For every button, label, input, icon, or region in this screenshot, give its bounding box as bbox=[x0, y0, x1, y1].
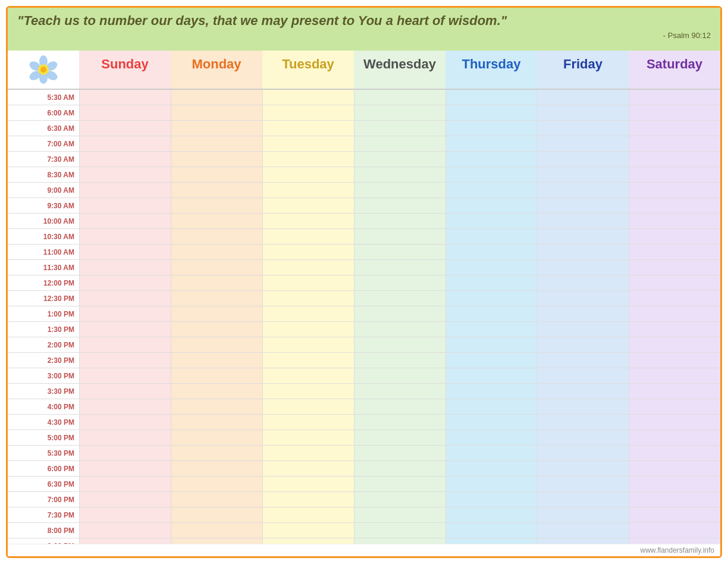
day-cell[interactable] bbox=[629, 492, 720, 507]
day-cell[interactable] bbox=[171, 291, 262, 306]
day-cell[interactable] bbox=[629, 214, 720, 228]
day-cell[interactable] bbox=[354, 275, 445, 290]
day-cell[interactable] bbox=[262, 507, 354, 522]
day-cell[interactable] bbox=[79, 507, 171, 522]
day-cell[interactable] bbox=[171, 399, 262, 414]
day-cell[interactable] bbox=[262, 306, 354, 321]
day-cell[interactable] bbox=[629, 229, 720, 244]
day-cell[interactable] bbox=[79, 260, 171, 275]
day-cell[interactable] bbox=[171, 384, 262, 399]
day-cell[interactable] bbox=[79, 229, 171, 244]
day-cell[interactable] bbox=[629, 90, 720, 105]
day-cell[interactable] bbox=[445, 152, 537, 167]
day-cell[interactable] bbox=[537, 492, 629, 507]
day-cell[interactable] bbox=[79, 337, 171, 352]
day-cell[interactable] bbox=[445, 90, 537, 105]
day-cell[interactable] bbox=[354, 477, 445, 491]
day-cell[interactable] bbox=[537, 384, 629, 399]
day-cell[interactable] bbox=[445, 538, 537, 544]
day-cell[interactable] bbox=[79, 399, 171, 414]
day-cell[interactable] bbox=[79, 523, 171, 538]
day-cell[interactable] bbox=[79, 198, 171, 213]
day-cell[interactable] bbox=[445, 415, 537, 430]
day-cell[interactable] bbox=[629, 291, 720, 306]
day-cell[interactable] bbox=[537, 353, 629, 368]
day-cell[interactable] bbox=[537, 245, 629, 259]
day-cell[interactable] bbox=[354, 245, 445, 259]
day-cell[interactable] bbox=[79, 183, 171, 198]
day-cell[interactable] bbox=[537, 121, 629, 136]
day-cell[interactable] bbox=[262, 121, 354, 136]
day-cell[interactable] bbox=[629, 245, 720, 259]
day-cell[interactable] bbox=[354, 492, 445, 507]
day-cell[interactable] bbox=[445, 136, 537, 151]
day-cell[interactable] bbox=[262, 229, 354, 244]
day-cell[interactable] bbox=[445, 384, 537, 399]
day-cell[interactable] bbox=[537, 306, 629, 321]
day-cell[interactable] bbox=[171, 507, 262, 522]
day-cell[interactable] bbox=[354, 368, 445, 383]
day-cell[interactable] bbox=[262, 399, 354, 414]
day-cell[interactable] bbox=[79, 136, 171, 151]
day-cell[interactable] bbox=[262, 198, 354, 213]
day-cell[interactable] bbox=[354, 322, 445, 337]
day-cell[interactable] bbox=[537, 538, 629, 544]
day-cell[interactable] bbox=[629, 167, 720, 182]
day-cell[interactable] bbox=[354, 229, 445, 244]
day-cell[interactable] bbox=[171, 492, 262, 507]
day-cell[interactable] bbox=[79, 90, 171, 105]
day-cell[interactable] bbox=[171, 121, 262, 136]
day-cell[interactable] bbox=[171, 430, 262, 445]
day-cell[interactable] bbox=[262, 136, 354, 151]
day-cell[interactable] bbox=[354, 353, 445, 368]
day-cell[interactable] bbox=[262, 90, 354, 105]
day-cell[interactable] bbox=[79, 306, 171, 321]
day-cell[interactable] bbox=[171, 415, 262, 430]
day-cell[interactable] bbox=[629, 322, 720, 337]
day-cell[interactable] bbox=[354, 523, 445, 538]
day-cell[interactable] bbox=[262, 523, 354, 538]
day-cell[interactable] bbox=[79, 368, 171, 383]
day-cell[interactable] bbox=[537, 90, 629, 105]
day-cell[interactable] bbox=[79, 152, 171, 167]
day-cell[interactable] bbox=[171, 214, 262, 228]
day-cell[interactable] bbox=[537, 260, 629, 275]
day-cell[interactable] bbox=[79, 322, 171, 337]
day-cell[interactable] bbox=[537, 368, 629, 383]
day-cell[interactable] bbox=[445, 214, 537, 228]
day-cell[interactable] bbox=[262, 415, 354, 430]
day-cell[interactable] bbox=[262, 260, 354, 275]
day-cell[interactable] bbox=[79, 477, 171, 491]
day-cell[interactable] bbox=[262, 446, 354, 460]
day-cell[interactable] bbox=[171, 538, 262, 544]
day-cell[interactable] bbox=[445, 430, 537, 445]
day-cell[interactable] bbox=[537, 322, 629, 337]
day-cell[interactable] bbox=[537, 183, 629, 198]
day-cell[interactable] bbox=[354, 507, 445, 522]
day-cell[interactable] bbox=[445, 105, 537, 120]
day-cell[interactable] bbox=[537, 275, 629, 290]
day-cell[interactable] bbox=[79, 538, 171, 544]
day-cell[interactable] bbox=[79, 384, 171, 399]
day-cell[interactable] bbox=[171, 306, 262, 321]
day-cell[interactable] bbox=[537, 430, 629, 445]
day-cell[interactable] bbox=[537, 337, 629, 352]
day-cell[interactable] bbox=[354, 152, 445, 167]
day-cell[interactable] bbox=[171, 198, 262, 213]
day-cell[interactable] bbox=[171, 368, 262, 383]
day-cell[interactable] bbox=[537, 523, 629, 538]
day-cell[interactable] bbox=[354, 167, 445, 182]
day-cell[interactable] bbox=[79, 291, 171, 306]
day-cell[interactable] bbox=[445, 353, 537, 368]
day-cell[interactable] bbox=[354, 306, 445, 321]
day-cell[interactable] bbox=[629, 461, 720, 476]
day-cell[interactable] bbox=[537, 198, 629, 213]
day-cell[interactable] bbox=[262, 538, 354, 544]
day-cell[interactable] bbox=[79, 214, 171, 228]
day-cell[interactable] bbox=[445, 337, 537, 352]
day-cell[interactable] bbox=[445, 461, 537, 476]
day-cell[interactable] bbox=[629, 136, 720, 151]
day-cell[interactable] bbox=[262, 322, 354, 337]
day-cell[interactable] bbox=[445, 477, 537, 491]
day-cell[interactable] bbox=[445, 198, 537, 213]
